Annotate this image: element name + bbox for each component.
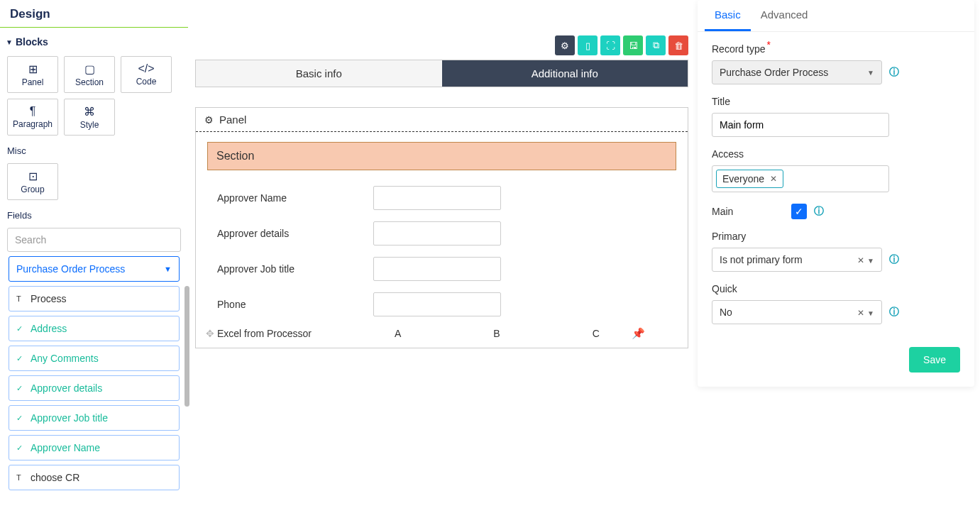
mobile-button[interactable]: ▯ — [578, 35, 598, 55]
paragraph-icon: ¶ — [30, 105, 36, 118]
code-icon: </> — [138, 62, 154, 75]
check-icon: ✓ — [16, 384, 25, 393]
primary-select[interactable]: Is not primary form ✕▼ — [712, 248, 882, 272]
field-choose-cr[interactable]: T choose CR — [9, 465, 180, 490]
tab-basic-info[interactable]: Basic info — [196, 60, 442, 87]
clear-icon[interactable]: ✕ — [857, 308, 864, 318]
process-dropdown[interactable]: Purchase Order Process ▼ — [9, 256, 180, 282]
field-label: Any Comments — [31, 353, 99, 364]
access-tag-everyone[interactable]: Everyone ✕ — [716, 170, 783, 188]
info-icon[interactable]: ⓘ — [889, 253, 899, 266]
blocks-header[interactable]: ▼ Blocks — [0, 28, 188, 52]
drag-handle-icon[interactable]: ✥ — [206, 328, 214, 339]
access-tagbox[interactable]: Everyone ✕ — [712, 165, 889, 192]
access-label: Access — [712, 148, 960, 160]
save-button[interactable]: Save — [909, 347, 960, 373]
field-label: choose CR — [31, 472, 79, 483]
excel-columns: A B C — [395, 328, 600, 339]
panel-header[interactable]: ⚙ Panel — [196, 108, 688, 132]
field-label: Address — [31, 323, 67, 334]
main-checkbox[interactable]: ✓ — [791, 204, 807, 219]
phone-input[interactable] — [373, 292, 501, 316]
block-code[interactable]: </> Code — [121, 56, 172, 93]
approver-details-input[interactable] — [373, 221, 501, 246]
pin-icon[interactable]: 📌 — [632, 327, 645, 340]
fullscreen-button[interactable]: ⛶ — [600, 35, 620, 55]
save-icon: 🖫 — [629, 40, 638, 51]
delete-button[interactable]: 🗑 — [668, 35, 688, 55]
clear-icon[interactable]: ✕ — [857, 255, 864, 265]
field-label: Approver Name — [31, 442, 100, 453]
form-label: Approver Job title — [217, 263, 373, 275]
scrollbar-thumb[interactable] — [185, 286, 189, 407]
design-canvas: ⚙ ▯ ⛶ 🖫 ⧉ 🗑 Basic info Additional info ⚙… — [195, 35, 688, 348]
quick-select[interactable]: No ✕▼ — [712, 300, 882, 324]
block-style[interactable]: ⌘ Style — [64, 99, 115, 136]
col-c: C — [593, 328, 600, 339]
field-label: Approver details — [31, 382, 102, 394]
form-label: Excel from Processor — [217, 328, 366, 339]
title-input[interactable] — [712, 113, 889, 137]
chevron-down-icon: ▼ — [867, 257, 874, 265]
block-label: Code — [136, 77, 157, 87]
info-icon[interactable]: ⓘ — [814, 205, 824, 218]
save-canvas-button[interactable]: 🖫 — [623, 35, 643, 55]
field-any-comments[interactable]: ✓ Any Comments — [9, 346, 180, 371]
form-row-approver-details: Approver details — [196, 216, 688, 251]
info-icon[interactable]: ⓘ — [889, 306, 899, 319]
search-input[interactable]: Search — [7, 228, 181, 252]
settings-button[interactable]: ⚙ — [555, 35, 575, 55]
form-label: Approver Name — [217, 192, 373, 204]
quick-label: Quick — [712, 283, 960, 294]
panel-container[interactable]: ⚙ Panel Section Approver Name Approver d… — [195, 107, 688, 348]
text-icon: T — [16, 294, 25, 303]
canvas-tabs: Basic info Additional info — [195, 60, 688, 87]
caret-down-icon: ▼ — [6, 38, 13, 46]
record-type-label: Record type* — [712, 43, 960, 55]
col-b: B — [493, 328, 500, 339]
block-label: Group — [21, 184, 44, 194]
approver-job-title-input[interactable] — [373, 257, 501, 281]
field-address[interactable]: ✓ Address — [9, 316, 180, 341]
fields-header: Fields — [0, 204, 188, 224]
fullscreen-icon: ⛶ — [606, 40, 615, 51]
close-icon[interactable]: ✕ — [770, 174, 777, 184]
check-icon: ✓ — [16, 414, 25, 423]
block-label: Style — [80, 120, 99, 130]
field-process[interactable]: T Process — [9, 286, 180, 311]
block-section[interactable]: ▢ Section — [64, 56, 115, 93]
block-panel[interactable]: ⊞ Panel — [7, 56, 58, 93]
panel-icon: ⊞ — [28, 62, 38, 76]
panel-label: Panel — [219, 114, 246, 126]
copy-button[interactable]: ⧉ — [646, 35, 666, 55]
block-group[interactable]: ⊡ Group — [7, 163, 58, 200]
primary-label: Primary — [712, 231, 960, 242]
check-icon: ✓ — [16, 443, 25, 453]
field-approver-name[interactable]: ✓ Approver Name — [9, 435, 180, 460]
tab-advanced[interactable]: Advanced — [751, 0, 818, 31]
check-icon: ✓ — [16, 354, 25, 363]
title-label: Title — [712, 96, 960, 107]
block-label: Section — [75, 77, 104, 87]
approver-name-input[interactable] — [373, 186, 501, 210]
tag-label: Everyone — [722, 173, 764, 184]
block-paragraph[interactable]: ¶ Paragraph — [7, 99, 58, 136]
canvas-toolbar: ⚙ ▯ ⛶ 🖫 ⧉ 🗑 — [195, 35, 688, 55]
trash-icon: 🗑 — [674, 40, 683, 51]
form-label: Approver details — [217, 228, 373, 239]
form-row-approver-name: Approver Name — [196, 180, 688, 216]
group-icon: ⊡ — [28, 170, 38, 183]
section-box[interactable]: Section — [207, 142, 676, 170]
col-a: A — [395, 328, 401, 339]
record-type-select[interactable]: Purchase Order Process ▼ — [712, 60, 882, 84]
field-label: Approver Job title — [31, 412, 108, 424]
section-icon: ▢ — [84, 62, 95, 76]
tab-additional-info[interactable]: Additional info — [442, 60, 688, 87]
field-approver-details[interactable]: ✓ Approver details — [9, 375, 180, 401]
info-icon[interactable]: ⓘ — [889, 66, 899, 79]
field-list: T Process ✓ Address ✓ Any Comments ✓ App… — [9, 286, 180, 490]
misc-grid: ⊡ Group — [0, 159, 188, 204]
tab-basic[interactable]: Basic — [705, 0, 751, 31]
field-approver-job-title[interactable]: ✓ Approver Job title — [9, 405, 180, 431]
chevron-down-icon: ▼ — [867, 309, 874, 317]
